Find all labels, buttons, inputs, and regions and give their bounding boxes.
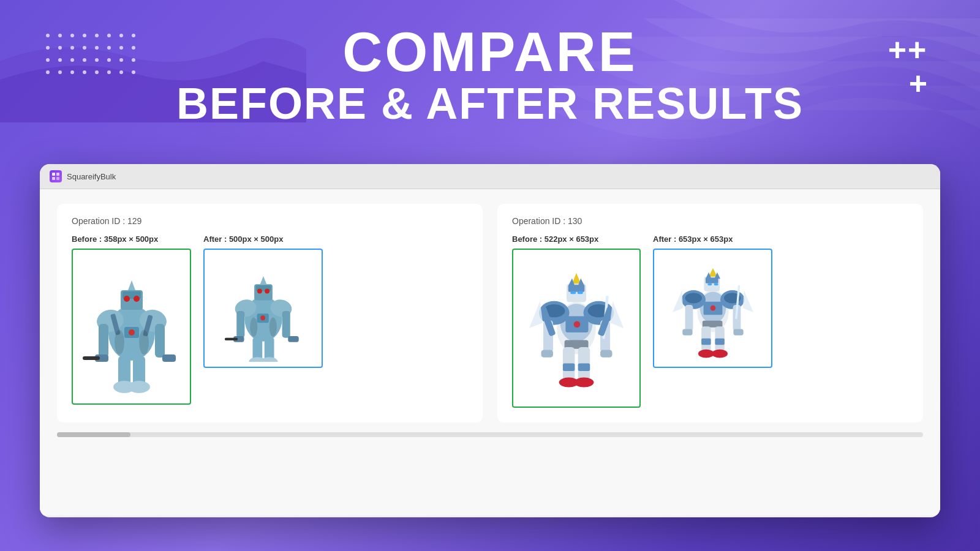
svg-rect-38 <box>288 336 299 342</box>
svg-rect-15 <box>162 354 176 362</box>
before-image-1 <box>77 253 187 400</box>
scrollbar-area <box>57 432 923 437</box>
svg-point-74 <box>574 378 594 388</box>
operation-panel-2: Operation ID : 130 Before : 522px × 653p… <box>497 204 923 422</box>
svg-rect-103 <box>715 338 724 344</box>
svg-rect-12 <box>155 324 165 358</box>
svg-rect-0 <box>52 173 55 176</box>
svg-rect-2 <box>52 177 55 180</box>
app-titlebar: SquareifyBulk <box>40 164 940 189</box>
svg-rect-102 <box>701 338 710 344</box>
svg-point-8 <box>134 296 140 302</box>
svg-rect-94 <box>682 329 692 335</box>
svg-point-19 <box>128 381 150 393</box>
svg-rect-71 <box>562 364 574 371</box>
operation-panel-1: Operation ID : 129 Before : 358px × 500p… <box>57 204 483 422</box>
svg-marker-78 <box>609 301 623 328</box>
after-label-2: After : 653px × 653px <box>653 234 733 244</box>
svg-rect-72 <box>578 364 589 371</box>
svg-point-105 <box>712 349 728 358</box>
after-frame-1 <box>203 249 323 368</box>
svg-rect-3 <box>56 177 59 180</box>
after-frame-2 <box>653 249 772 368</box>
svg-rect-92 <box>685 305 693 331</box>
svg-marker-45 <box>260 276 266 284</box>
svg-point-7 <box>124 296 130 302</box>
title-compare: COMPARE <box>0 24 980 80</box>
svg-point-25 <box>115 330 124 354</box>
svg-point-30 <box>257 289 262 294</box>
svg-rect-86 <box>707 283 712 285</box>
svg-point-98 <box>710 305 715 310</box>
svg-point-42 <box>260 357 277 362</box>
operation-id-2: Operation ID : 130 <box>512 216 908 226</box>
after-image-2 <box>661 253 765 364</box>
after-col-2: After : 653px × 653px <box>653 234 772 368</box>
after-col-1: After : 500px × 500px <box>203 234 323 368</box>
svg-rect-11 <box>99 324 108 358</box>
before-label-2: Before : 522px × 653px <box>512 234 598 244</box>
before-col-1: Before : 358px × 500px <box>72 234 191 405</box>
app-window: SquareifyBulk Operation ID : 129 Before … <box>40 164 940 517</box>
before-image-2 <box>517 252 636 404</box>
svg-point-21 <box>129 329 135 335</box>
svg-point-67 <box>573 321 580 328</box>
title-area: COMPARE BEFORE & AFTER RESULTS <box>0 24 980 128</box>
after-image-1 <box>214 255 312 362</box>
svg-marker-83 <box>709 268 717 277</box>
app-name: SquareifyBulk <box>67 172 116 181</box>
svg-point-44 <box>260 315 265 320</box>
svg-point-31 <box>265 289 270 294</box>
after-label-1: After : 500px × 500px <box>203 234 283 244</box>
before-col-2: Before : 522px × 653px <box>512 234 641 408</box>
images-row-2: Before : 522px × 653px <box>512 234 908 408</box>
before-frame-2 <box>512 249 641 408</box>
svg-rect-55 <box>570 291 576 294</box>
svg-rect-95 <box>733 329 743 335</box>
before-label-1: Before : 358px × 500px <box>72 234 158 244</box>
title-subtitle: BEFORE & AFTER RESULTS <box>0 80 980 128</box>
scrollbar-thumb[interactable] <box>57 432 130 437</box>
svg-marker-106 <box>673 290 683 312</box>
svg-marker-107 <box>742 290 753 312</box>
before-frame-1 <box>72 249 191 405</box>
svg-rect-87 <box>714 283 718 285</box>
svg-marker-77 <box>529 301 543 328</box>
svg-point-90 <box>685 293 701 303</box>
svg-rect-64 <box>600 350 612 357</box>
svg-point-46 <box>250 317 257 337</box>
svg-rect-35 <box>282 311 290 338</box>
svg-rect-63 <box>541 350 552 357</box>
svg-rect-1 <box>56 173 59 176</box>
svg-point-47 <box>269 317 276 337</box>
svg-rect-56 <box>577 291 582 294</box>
svg-marker-22 <box>128 280 135 290</box>
operations-grid: Operation ID : 129 Before : 358px × 500p… <box>57 204 923 422</box>
svg-rect-14 <box>83 356 100 360</box>
operation-id-1: Operation ID : 129 <box>72 216 468 226</box>
app-content[interactable]: Operation ID : 129 Before : 358px × 500p… <box>40 189 940 515</box>
svg-point-26 <box>139 330 149 354</box>
svg-point-104 <box>698 349 714 358</box>
images-row-1: Before : 358px × 500px <box>72 234 468 405</box>
svg-rect-34 <box>236 311 244 338</box>
app-icon <box>50 170 62 182</box>
svg-rect-37 <box>225 338 238 340</box>
